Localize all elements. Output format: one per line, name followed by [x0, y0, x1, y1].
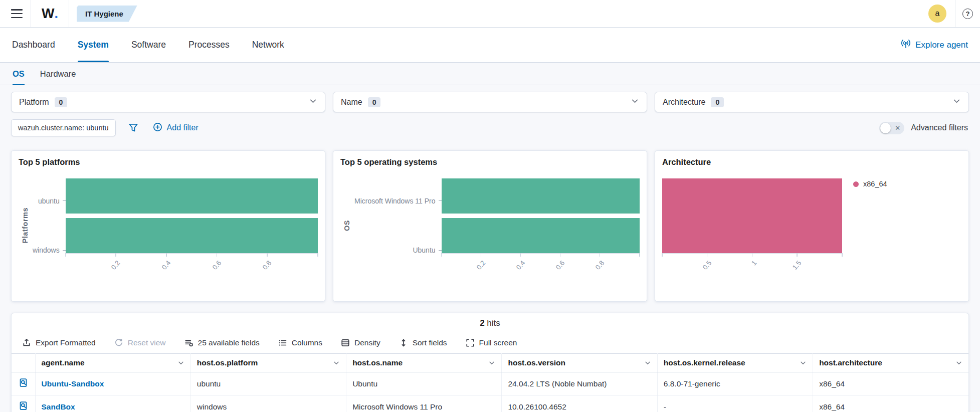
tab-network[interactable]: Network — [252, 28, 284, 62]
inspect-document-icon[interactable] — [19, 378, 28, 387]
category-label-text: windows — [33, 246, 60, 254]
x-axis-ticks: 0.20.40.60.8 — [442, 254, 640, 273]
inspect-document-icon[interactable] — [19, 401, 28, 410]
toolbar-label: 25 available fields — [198, 338, 260, 347]
header-cell-host-os-platform[interactable]: host.os.platform — [190, 354, 346, 372]
explore-agent-button[interactable]: Explore agent — [901, 39, 968, 51]
legend-item-x86-64[interactable]: x86_64 — [853, 180, 961, 188]
cell-host-os-kernel-release: - — [657, 395, 813, 412]
filter-pill[interactable]: wazuh.cluster.name: ubuntu — [11, 119, 116, 136]
chevron-down-icon — [309, 97, 317, 107]
tab-processes[interactable]: Processes — [188, 28, 230, 62]
plot-top-5-operating-systems — [442, 178, 640, 253]
help-icon[interactable]: ? — [962, 9, 973, 19]
toolbar-reset-view-button[interactable]: Reset view — [114, 338, 166, 347]
hamburger-menu-icon[interactable] — [11, 9, 23, 18]
cell-host-os-version: 24.04.2 LTS (Noble Numbat) — [502, 372, 657, 395]
filter-funnel-icon[interactable] — [128, 123, 138, 133]
table-row: SandBoxwindowsMicrosoft Windows 11 Pro10… — [12, 395, 968, 412]
advanced-filters-label: Advanced filters — [911, 123, 968, 132]
bar-windows[interactable] — [66, 218, 318, 253]
chart-card-top-5-platforms: Top 5 platformsPlatformsubuntuwindows0.2… — [11, 150, 325, 302]
plot-top-5-platforms — [66, 178, 318, 253]
toolbar-density-button[interactable]: Density — [341, 338, 380, 347]
tab-dashboard[interactable]: Dashboard — [12, 28, 55, 62]
toolbar-sort-fields-button[interactable]: Sort fields — [399, 338, 447, 347]
header-cell-host-os-version[interactable]: host.os.version — [502, 354, 657, 372]
column-header-label: host.os.name — [352, 358, 403, 367]
cell-agent-name: SandBox — [35, 395, 190, 412]
content: OSHardware Platform0Name0Architecture0 w… — [0, 63, 980, 412]
bar-ubuntu[interactable] — [66, 178, 318, 214]
plot-column: 0.20.40.60.8 — [442, 178, 640, 273]
plot-architecture — [662, 178, 842, 253]
app-badge[interactable]: IT Hygiene — [77, 6, 137, 22]
cell-host-os-kernel-release: 6.8.0-71-generic — [657, 372, 813, 395]
y-axis-label-text: Platforms — [21, 208, 29, 243]
category-labels: ubuntuwindows — [33, 178, 66, 273]
toolbar-label: Columns — [292, 338, 322, 347]
header-cell-inner: host.os.kernel.release — [664, 358, 807, 367]
header-cell-host-os-name[interactable]: host.os.name — [346, 354, 502, 372]
filter-select-architecture[interactable]: Architecture0 — [655, 92, 969, 112]
toolbar-label: Sort fields — [413, 338, 447, 347]
chevron-down-icon[interactable] — [644, 359, 651, 366]
toggle-knob — [880, 123, 891, 133]
plot-column: 0.511.5 — [662, 178, 842, 273]
header-cell-controls — [12, 354, 35, 372]
cell-host-os-platform: windows — [190, 395, 346, 412]
agent-name-link[interactable]: Ubuntu-Sandbox — [42, 379, 104, 388]
explore-agent-label: Explore agent — [915, 40, 968, 50]
toolbar-columns-button[interactable]: Columns — [278, 338, 322, 347]
advanced-filters-toggle[interactable]: ✕ — [879, 122, 904, 134]
subtab-os[interactable]: OS — [13, 63, 25, 85]
agent-name-link[interactable]: SandBox — [42, 402, 75, 411]
app-screen: W. IT Hygiene a ? DashboardSystemSoftwar… — [0, 0, 980, 412]
plus-circle-icon — [153, 122, 162, 134]
wazuh-logo[interactable]: W. — [31, 6, 69, 22]
header-cell-inner: host.os.version — [508, 358, 651, 367]
subtab-hardware[interactable]: Hardware — [40, 63, 76, 85]
toolbar-label: Reset view — [128, 338, 166, 347]
filter-select-platform[interactable]: Platform0 — [11, 92, 325, 112]
header-cell-host-architecture[interactable]: host.architecture — [813, 354, 968, 372]
divider — [69, 0, 69, 27]
charts-row: Top 5 platformsPlatformsubuntuwindows0.2… — [0, 150, 980, 302]
toolbar-full-screen-button[interactable]: Full screen — [466, 338, 517, 347]
chart-area: 0.511.5x86_64 — [662, 178, 961, 273]
results-panel: 2 hits Export FormattedReset view25 avai… — [11, 313, 969, 412]
table-row: Ubuntu-SandboxubuntuUbuntu24.04.2 LTS (N… — [12, 372, 968, 395]
selected-count-badge: 0 — [55, 97, 68, 107]
toolbar-25-available-fields-button[interactable]: 25 available fields — [184, 338, 260, 347]
chevron-down-icon[interactable] — [177, 359, 184, 366]
chevron-down-icon — [952, 97, 961, 107]
advanced-filters: ✕ Advanced filters — [879, 122, 968, 134]
filter-select-name[interactable]: Name0 — [333, 92, 647, 112]
avatar[interactable]: a — [928, 5, 946, 23]
bar-ubuntu[interactable] — [442, 218, 640, 253]
category-label-text: Microsoft Windows 11 Pro — [354, 197, 436, 205]
chevron-down-icon[interactable] — [800, 359, 807, 366]
toolbar-export-formatted-button[interactable]: Export Formatted — [22, 338, 96, 347]
table-header-row: agent.namehost.os.platformhost.os.nameho… — [12, 354, 968, 372]
add-filter-button[interactable]: Add filter — [153, 122, 199, 134]
chevron-down-icon[interactable] — [333, 359, 340, 366]
chart-legend: x86_64 — [842, 178, 961, 273]
x-tick-label: 0.8 — [594, 259, 606, 271]
bar-microsoft-windows-11-pro[interactable] — [442, 178, 640, 214]
logo-dot: . — [54, 6, 58, 22]
row-controls-cell — [12, 372, 35, 395]
column-header-label: host.os.version — [508, 358, 565, 367]
tab-software[interactable]: Software — [131, 28, 166, 62]
bar-x86-64[interactable] — [662, 178, 842, 253]
column-header-label: host.architecture — [819, 358, 882, 367]
results-table: agent.namehost.os.platformhost.os.nameho… — [12, 353, 968, 412]
chevron-down-icon[interactable] — [488, 359, 495, 366]
chevron-down-icon[interactable] — [955, 359, 962, 366]
reset-icon — [114, 338, 123, 347]
header-cell-agent-name[interactable]: agent.name — [35, 354, 190, 372]
x-tick-label: 1 — [750, 259, 758, 267]
header-cell-host-os-kernel-release[interactable]: host.os.kernel.release — [657, 354, 813, 372]
toggle-clear-icon: ✕ — [895, 124, 900, 132]
tab-system[interactable]: System — [78, 28, 109, 62]
